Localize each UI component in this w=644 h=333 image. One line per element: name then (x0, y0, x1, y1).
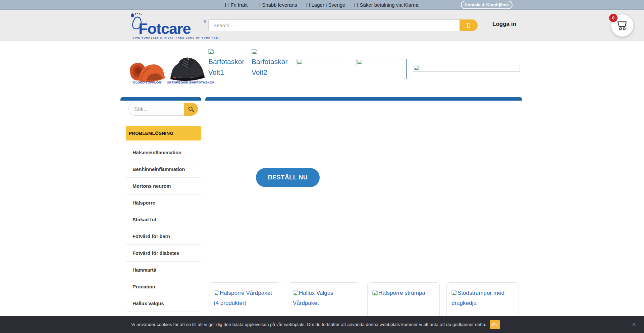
cart-icon (616, 20, 628, 31)
nav-divider-line (406, 59, 407, 79)
main-content: BESTÄLL NU Hälsporre Vårdpaket (4 produk… (205, 97, 522, 333)
nav-broken-link-volt2[interactable]: Barfotaskor Volt2 (252, 46, 291, 78)
broken-link-alt-text: Barfotaskor Volt1 (208, 58, 244, 76)
broken-link-alt-text: Barfotaskor Volt2 (252, 58, 287, 76)
broken-image-icon (414, 65, 419, 70)
barefoot-shoe-image[interactable] (169, 50, 206, 84)
logo-wordmark: Fotcare (139, 20, 191, 38)
broken-image-icon (214, 290, 219, 295)
cart: 0 (611, 14, 633, 37)
sidebar-item-pronation[interactable]: Pronation (126, 278, 201, 295)
usp-label: Säker betalning via Klarna (360, 2, 418, 8)
nav-broken-image-box[interactable] (413, 65, 520, 72)
stock-icon (307, 3, 310, 7)
usp-secure-payment: Säker betalning via Klarna (355, 2, 418, 8)
fotcare-storefront-page: Fri frakt Snabb leverans Lager i Sverige… (0, 0, 644, 333)
cart-count-badge: 0 (609, 14, 618, 22)
sidebar-item-halsporre[interactable]: Hälsporre (126, 195, 201, 211)
close-icon[interactable]: × (632, 320, 636, 328)
contact-support-button[interactable]: Kontakt & Kundtjänst (461, 1, 513, 9)
login-link[interactable]: Logga in (492, 21, 516, 27)
shipping-icon (225, 3, 228, 7)
cloud-slippers-image[interactable] (127, 49, 167, 84)
cookie-accept-button[interactable]: Ok (490, 320, 500, 329)
category-navstrip: CLOUD TOFFLOR ORTOPEDISK BARFOTASKOR Bar… (0, 41, 644, 95)
usp-label: Fri frakt (230, 2, 248, 8)
delivery-icon (257, 3, 260, 7)
registered-mark: ® (204, 19, 206, 23)
sidebar-item-fotvard-for-barn[interactable]: Fotvård för barn (126, 228, 201, 245)
secure-payment-icon (355, 3, 358, 7)
search-glyph-icon (467, 23, 470, 28)
sidebar-item-halseneinflammation[interactable]: Hälseneinflammation (126, 144, 201, 161)
order-now-button[interactable]: BESTÄLL NU (256, 168, 320, 187)
topbar-usp-list: Fri frakt Snabb leverans Lager i Sverige… (0, 0, 644, 10)
usp-fast-delivery: Snabb leverans (257, 2, 297, 8)
header-search-form (208, 19, 478, 31)
usp-label: Snabb leverans (262, 2, 297, 8)
broken-image-icon (252, 49, 257, 54)
sidebar: PROBLEMLÖSNING Hälseneinflammation Benhi… (120, 97, 201, 101)
logo[interactable]: Fotcare ® GIVE YOURSELF A TREAT, TAKE CA… (130, 12, 211, 39)
logo-tagline: GIVE YOURSELF A TREAT, TAKE CARE OF YOUR… (132, 36, 210, 39)
sidebar-category-header[interactable]: PROBLEMLÖSNING (126, 126, 201, 141)
header-search-input[interactable] (208, 19, 460, 31)
broken-image-icon (208, 49, 214, 54)
usp-free-shipping: Fri frakt (225, 2, 248, 8)
broken-image-icon (372, 290, 378, 295)
broken-image-icon (297, 60, 302, 64)
cookie-consent-bar: Vi använder cookies för att se till att … (0, 316, 644, 333)
sidebar-item-hammarta[interactable]: Hammartå (126, 262, 201, 278)
topbar: Fri frakt Snabb leverans Lager i Sverige… (0, 0, 644, 10)
sidebar-item-benhinneinflammation[interactable]: Benhinneinflammation (126, 161, 201, 178)
broken-image-icon (357, 60, 362, 64)
sidebar-search-input[interactable] (128, 103, 184, 116)
broken-image-icon (451, 290, 457, 295)
product-alt-text: Hälsporre strumpa (378, 290, 425, 296)
usp-stock-sweden: Lager i Sverige (307, 2, 345, 8)
header: Fotcare ® GIVE YOURSELF A TREAT, TAKE CA… (0, 10, 644, 41)
magnifier-icon (188, 106, 194, 112)
nav-caption-cloud-tofflor[interactable]: CLOUD TOFFLOR (127, 80, 167, 84)
sidebar-menu: Hälseneinflammation Benhinneinflammation… (126, 144, 201, 312)
product-alt-text: Hallux Valgus Vårdpaket (293, 290, 333, 306)
sidebar-item-mortons-neurom[interactable]: Mortons neurom (126, 178, 201, 195)
nav-caption-ortopedisk-barfotaskor[interactable]: ORTOPEDISK BARFOTASKOR (167, 80, 208, 84)
cookie-message: Vi använder cookies för att se till att … (0, 322, 486, 327)
main-top-bar (205, 97, 522, 101)
usp-label: Lager i Sverige (312, 2, 345, 8)
nav-broken-image-box[interactable] (356, 59, 406, 65)
sidebar-item-stukad-fot[interactable]: Stukad fot (126, 211, 201, 228)
sidebar-item-fotvard-for-diabetes[interactable]: Fotvård för diabetes (126, 245, 201, 262)
sidebar-search-button[interactable] (184, 103, 198, 116)
header-search-button[interactable] (460, 19, 478, 31)
sidebar-item-hallux-valgus[interactable]: Hallux valgus (126, 295, 201, 312)
nav-broken-image-box[interactable] (296, 59, 343, 65)
nav-broken-link-volt1[interactable]: Barfotaskor Volt1 (208, 46, 248, 78)
product-alt-text: Hälsporre Vårdpaket (4 produkter) (214, 290, 272, 306)
broken-image-icon (293, 290, 299, 295)
product-alt-text: Stödstrumpor med dragkedja (451, 290, 504, 306)
sidebar-top-bar (120, 97, 201, 101)
sidebar-search-form (128, 103, 198, 116)
